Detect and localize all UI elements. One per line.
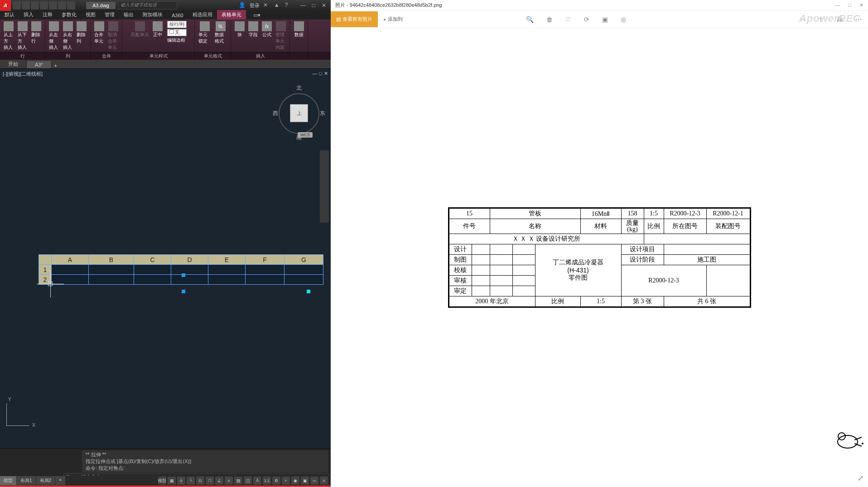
- layout-tab[interactable]: 布局1: [17, 476, 36, 485]
- col-header[interactable]: A: [52, 255, 89, 265]
- polar-toggle-icon[interactable]: ⊙: [196, 477, 204, 485]
- col-header[interactable]: C: [134, 255, 171, 265]
- byrowcol-combo[interactable]: 按行/列: [167, 21, 187, 28]
- table-cell[interactable]: [134, 265, 171, 275]
- status-model-toggle[interactable]: 模型: [158, 477, 166, 485]
- share-icon[interactable]: ⇪: [818, 16, 824, 23]
- zoom-icon[interactable]: 🔍: [526, 16, 534, 23]
- delete-col-button[interactable]: 删除 列: [76, 21, 87, 51]
- photo-canvas[interactable]: 15 管板 16MnⅡ 158 1:5 R2000-12-3 R2000-12-…: [331, 28, 868, 487]
- transparency-toggle-icon[interactable]: ▨: [234, 477, 242, 485]
- fullscreen-icon[interactable]: ⤢: [858, 474, 863, 482]
- table-cell[interactable]: [171, 275, 208, 285]
- search-input[interactable]: 键入关键字或短语: [118, 1, 177, 10]
- viewport-label[interactable]: [-][俯视][二维线框]: [3, 71, 43, 77]
- print-icon[interactable]: 🖶: [836, 16, 843, 23]
- insert-col-right-button[interactable]: 从右侧 插入: [62, 21, 74, 51]
- doc-tab-add[interactable]: +: [52, 63, 60, 68]
- insert-formula-button[interactable]: fx公式: [261, 21, 273, 51]
- ribbon-tab[interactable]: A360: [167, 11, 188, 19]
- table-cell[interactable]: [134, 275, 171, 285]
- lineweight-toggle-icon[interactable]: ≡: [225, 477, 233, 485]
- viewcube-east[interactable]: 东: [320, 110, 325, 117]
- crop-icon[interactable]: ▣: [602, 16, 608, 23]
- qat-saveas-icon[interactable]: [40, 1, 48, 10]
- table-cell[interactable]: [246, 265, 285, 275]
- table-cell[interactable]: [208, 265, 246, 275]
- insert-col-left-button[interactable]: 从左侧 插入: [48, 21, 60, 51]
- login-label[interactable]: 登录: [250, 2, 260, 9]
- exchange-icon[interactable]: ✕: [263, 2, 270, 9]
- col-header[interactable]: E: [208, 255, 246, 265]
- cloud-icon[interactable]: ▲: [274, 2, 281, 9]
- spot-fix-icon[interactable]: ◎: [621, 16, 626, 23]
- add-to-button[interactable]: + 添加到: [378, 11, 408, 27]
- doc-tab-start[interactable]: 开始: [0, 60, 27, 68]
- insert-block-button[interactable]: 块: [234, 21, 246, 51]
- wcs-badge[interactable]: WCS: [298, 132, 313, 138]
- drawing-viewport[interactable]: [-][俯视][二维线框] — □ ✕ 上 北 南 西 东 WCS A B C: [0, 69, 331, 449]
- table-cell[interactable]: [89, 265, 134, 275]
- ribbon-tab[interactable]: 参数化: [57, 10, 81, 19]
- grip-handle[interactable]: [182, 290, 185, 293]
- snap-toggle-icon[interactable]: ┼: [177, 477, 185, 485]
- minimize-button[interactable]: —: [835, 2, 840, 8]
- vp-max-icon[interactable]: □: [319, 71, 322, 76]
- viewcube-top-face[interactable]: 上: [290, 104, 308, 122]
- align-center-button[interactable]: 正中: [152, 21, 164, 43]
- qat-undo-icon[interactable]: [58, 1, 66, 10]
- ribbon-tab[interactable]: 管理: [100, 10, 119, 19]
- edit-icon[interactable]: ✂: [800, 16, 805, 23]
- minimize-button[interactable]: —: [300, 2, 306, 9]
- ribbon-tab[interactable]: 视图: [81, 10, 100, 19]
- cell-lock-button[interactable]: 单元锁定: [198, 21, 212, 45]
- favorite-icon[interactable]: ♡: [565, 16, 571, 23]
- help-icon[interactable]: ?: [285, 2, 292, 9]
- delete-row-button[interactable]: 删除 行: [30, 21, 42, 51]
- ribbon-appearance-icon[interactable]: ▭▾: [249, 11, 265, 19]
- anno-toggle-icon[interactable]: Å: [253, 477, 261, 485]
- col-header[interactable]: B: [89, 255, 134, 265]
- row-header[interactable]: 1: [39, 265, 52, 275]
- edit-border-button[interactable]: 编辑边框: [167, 37, 187, 43]
- table-cell[interactable]: [52, 265, 89, 275]
- row-header[interactable]: 2: [39, 275, 52, 285]
- col-header[interactable]: D: [171, 255, 208, 265]
- vp-close-icon[interactable]: ✕: [324, 71, 328, 76]
- see-all-photos-button[interactable]: ▧ 查看所有照片: [331, 11, 378, 27]
- qat-redo-icon[interactable]: [67, 1, 75, 10]
- layout-tab[interactable]: 布局2: [36, 476, 55, 485]
- ribbon-tab[interactable]: 输出: [119, 10, 138, 19]
- bg-none-combo[interactable]: 无: [167, 29, 187, 36]
- signin-icon[interactable]: 👤: [239, 2, 246, 9]
- ribbon-tab[interactable]: 精选应用: [188, 10, 217, 19]
- viewcube-north[interactable]: 北: [296, 84, 302, 92]
- insert-field-button[interactable]: 字段: [247, 21, 259, 51]
- otrack-toggle-icon[interactable]: ∠: [215, 477, 223, 485]
- table-corner-cell[interactable]: [39, 255, 52, 265]
- unmerge-cells-button[interactable]: 取消合并 单元: [107, 21, 119, 51]
- hardware-accel-icon[interactable]: ▣: [301, 477, 309, 485]
- manage-content-button[interactable]: 管理 单元内容: [275, 21, 287, 51]
- table-cell[interactable]: [89, 275, 134, 285]
- table-cell[interactable]: [285, 275, 323, 285]
- insert-row-below-button[interactable]: 从下方 插入: [17, 21, 29, 51]
- table-cell[interactable]: [52, 275, 89, 285]
- match-cell-button[interactable]: 匹配单元: [130, 21, 150, 43]
- qat-new-icon[interactable]: [13, 1, 21, 10]
- scale-indicator[interactable]: 1:1: [263, 477, 271, 485]
- ribbon-tab[interactable]: 默认: [0, 10, 19, 19]
- vp-min-icon[interactable]: —: [312, 71, 317, 76]
- osnap-toggle-icon[interactable]: □: [206, 477, 214, 485]
- grip-handle[interactable]: [182, 273, 185, 277]
- clean-screen-icon[interactable]: ▭: [310, 477, 318, 485]
- ribbon-tab[interactable]: 插入: [19, 10, 38, 19]
- isolate-icon[interactable]: ◉: [291, 477, 299, 485]
- grid-toggle-icon[interactable]: ▦: [168, 477, 176, 485]
- close-button[interactable]: ✕: [859, 2, 863, 8]
- table-cell[interactable]: [171, 265, 208, 275]
- app-logo[interactable]: A: [0, 0, 11, 11]
- col-header[interactable]: G: [285, 255, 323, 265]
- rotate-icon[interactable]: ⟳: [584, 16, 589, 23]
- delete-icon[interactable]: 🗑: [546, 16, 553, 23]
